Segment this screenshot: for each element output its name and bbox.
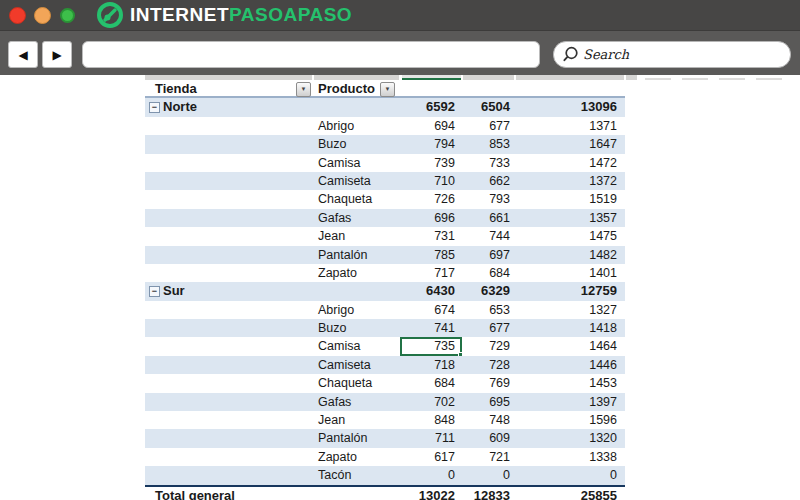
product-label-cell[interactable]: Chaqueta (313, 190, 400, 208)
value-cell[interactable]: 0 (515, 466, 625, 484)
value-cell[interactable]: 733 (462, 154, 515, 172)
product-label-cell[interactable]: Abrigo (313, 301, 400, 319)
value-cell[interactable]: 702 (400, 393, 462, 411)
group-total-cell[interactable]: 6592 (400, 98, 462, 116)
value-cell[interactable]: 728 (462, 356, 515, 374)
value-cell[interactable]: 744 (462, 227, 515, 245)
grand-total-cell[interactable]: 12833 (462, 487, 515, 500)
value-cell[interactable]: 617 (400, 448, 462, 466)
product-label-cell[interactable]: Jean (313, 227, 400, 245)
value-cell[interactable]: 1475 (515, 227, 625, 245)
value-cell[interactable]: 1371 (515, 117, 625, 135)
value-cell[interactable]: 718 (400, 356, 462, 374)
group-label-cell[interactable]: −Norte (145, 98, 313, 116)
forward-button[interactable]: ▶ (42, 41, 72, 68)
value-cell[interactable]: 748 (462, 411, 515, 429)
value-cell[interactable]: 711 (400, 429, 462, 447)
collapse-button[interactable]: − (149, 102, 160, 113)
empty-cell[interactable] (145, 448, 313, 466)
product-label-cell[interactable]: Buzo (313, 319, 400, 337)
empty-cell[interactable] (145, 429, 313, 447)
value-cell[interactable]: 697 (462, 246, 515, 264)
value-cell[interactable]: 1453 (515, 374, 625, 392)
value-cell[interactable]: 1418 (515, 319, 625, 337)
product-label-cell[interactable]: Camisa (313, 337, 400, 355)
producto-header-cell[interactable]: Producto ▼ (313, 80, 400, 96)
search-box[interactable] (553, 41, 791, 68)
empty-cell[interactable] (313, 487, 400, 500)
value-cell[interactable]: 0 (400, 466, 462, 484)
group-total-cell[interactable]: 6430 (400, 282, 462, 300)
tienda-filter-dropdown[interactable]: ▼ (296, 82, 311, 97)
empty-cell[interactable] (145, 246, 313, 264)
value-cell[interactable]: 694 (400, 117, 462, 135)
value-cell[interactable]: 677 (462, 319, 515, 337)
empty-cell[interactable] (145, 466, 313, 484)
empty-cell[interactable] (313, 282, 400, 300)
value-cell[interactable]: 1327 (515, 301, 625, 319)
empty-cell[interactable] (145, 264, 313, 282)
tienda-header-cell[interactable]: Tienda ▼ (145, 80, 313, 96)
product-label-cell[interactable]: Buzo (313, 135, 400, 153)
address-bar[interactable] (82, 41, 540, 68)
value-cell[interactable]: 769 (462, 374, 515, 392)
product-label-cell[interactable]: Tacón (313, 466, 400, 484)
value-cell[interactable]: 674 (400, 301, 462, 319)
value-cell[interactable]: 785 (400, 246, 462, 264)
value-cell[interactable]: 1647 (515, 135, 625, 153)
empty-cell[interactable] (145, 227, 313, 245)
value-cell[interactable]: 1482 (515, 246, 625, 264)
value-cell[interactable]: 710 (400, 172, 462, 190)
empty-cell[interactable] (145, 154, 313, 172)
value-cell[interactable]: 717 (400, 264, 462, 282)
value-cell[interactable]: 653 (462, 301, 515, 319)
search-input[interactable] (583, 45, 790, 65)
value-cell[interactable]: 1357 (515, 209, 625, 227)
product-label-cell[interactable]: Pantalón (313, 246, 400, 264)
group-label-cell[interactable]: −Sur (145, 282, 313, 300)
value-cell[interactable]: 677 (462, 117, 515, 135)
value-cell[interactable]: 696 (400, 209, 462, 227)
product-label-cell[interactable]: Camiseta (313, 172, 400, 190)
value-cell[interactable]: 662 (462, 172, 515, 190)
group-total-cell[interactable]: 13096 (515, 98, 625, 116)
value-cell[interactable]: 794 (400, 135, 462, 153)
value-cell[interactable]: 1464 (515, 337, 625, 355)
grand-total-cell[interactable]: 25855 (515, 487, 625, 500)
empty-cell[interactable] (145, 319, 313, 337)
product-label-cell[interactable]: Camiseta (313, 356, 400, 374)
value-cell[interactable]: 739 (400, 154, 462, 172)
value-cell[interactable]: 684 (400, 374, 462, 392)
value-header-cell[interactable] (400, 80, 462, 96)
value-cell[interactable]: 684 (462, 264, 515, 282)
product-label-cell[interactable]: Gafas (313, 209, 400, 227)
value-cell[interactable]: 729 (462, 337, 515, 355)
group-total-cell[interactable]: 12759 (515, 282, 625, 300)
empty-cell[interactable] (145, 209, 313, 227)
empty-cell[interactable] (145, 117, 313, 135)
selected-cell[interactable]: 735 (400, 337, 462, 355)
back-button[interactable]: ◀ (8, 41, 38, 68)
group-total-cell[interactable]: 6329 (462, 282, 515, 300)
value-cell[interactable]: 1372 (515, 172, 625, 190)
product-label-cell[interactable]: Camisa (313, 154, 400, 172)
product-label-cell[interactable]: Jean (313, 411, 400, 429)
product-label-cell[interactable]: Gafas (313, 393, 400, 411)
product-label-cell[interactable]: Zapato (313, 264, 400, 282)
maximize-button[interactable] (60, 8, 75, 23)
group-total-cell[interactable]: 6504 (462, 98, 515, 116)
value-header-cell[interactable] (515, 80, 625, 96)
value-cell[interactable]: 1596 (515, 411, 625, 429)
value-header-cell[interactable] (462, 80, 515, 96)
grand-total-label-cell[interactable]: Total general (145, 487, 313, 500)
value-cell[interactable]: 1446 (515, 356, 625, 374)
value-cell[interactable]: 1338 (515, 448, 625, 466)
close-button[interactable] (9, 7, 26, 24)
value-cell[interactable]: 1320 (515, 429, 625, 447)
empty-cell[interactable] (145, 135, 313, 153)
grand-total-cell[interactable]: 13022 (400, 487, 462, 500)
value-cell[interactable]: 721 (462, 448, 515, 466)
minimize-button[interactable] (34, 7, 51, 24)
collapse-button[interactable]: − (149, 286, 160, 297)
product-label-cell[interactable]: Chaqueta (313, 374, 400, 392)
